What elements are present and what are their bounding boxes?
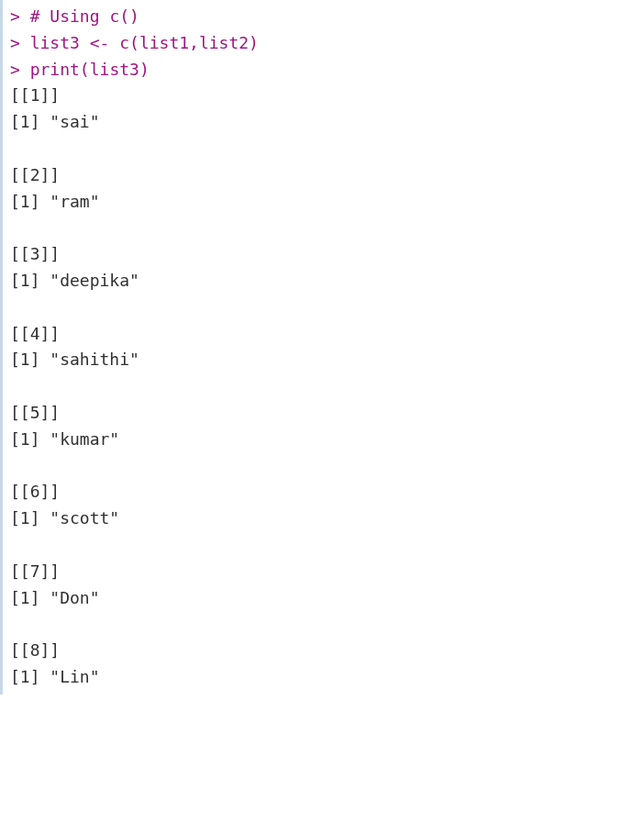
output-index: [[3]] bbox=[10, 241, 644, 268]
output-value: [1] "ram" bbox=[10, 189, 644, 216]
console-input-line: > print(list3) bbox=[10, 57, 644, 83]
output-value: [1] "sahithi" bbox=[10, 347, 644, 373]
output-value: [1] "Lin" bbox=[10, 664, 644, 691]
blank-line bbox=[10, 215, 644, 241]
output-value: [1] "deepika" bbox=[10, 268, 644, 294]
blank-line bbox=[10, 373, 644, 400]
code-text: list3 <- c(list1,list2) bbox=[30, 33, 259, 52]
prompt-symbol: > bbox=[10, 33, 20, 52]
output-index: [[6]] bbox=[10, 479, 644, 505]
blank-line bbox=[10, 136, 644, 162]
output-value: [1] "kumar" bbox=[10, 427, 644, 453]
blank-line bbox=[10, 611, 644, 638]
blank-line bbox=[10, 532, 644, 559]
blank-line bbox=[10, 453, 644, 480]
code-comment: # Using c() bbox=[30, 6, 139, 26]
output-index: [[2]] bbox=[10, 162, 644, 189]
output-value: [1] "scott" bbox=[10, 505, 644, 532]
prompt-symbol: > bbox=[10, 6, 20, 26]
output-index: [[7]] bbox=[10, 559, 644, 585]
output-value: [1] "sai" bbox=[10, 109, 644, 136]
output-index: [[5]] bbox=[10, 400, 644, 427]
blank-line bbox=[10, 294, 644, 321]
code-text: print(list3) bbox=[30, 60, 150, 79]
console-input-line: > # Using c() bbox=[10, 4, 644, 30]
output-index: [[8]] bbox=[10, 638, 644, 664]
output-value: [1] "Don" bbox=[10, 585, 644, 612]
prompt-symbol: > bbox=[10, 60, 20, 79]
output-index: [[4]] bbox=[10, 321, 644, 348]
console-input-line: > list3 <- c(list1,list2) bbox=[10, 30, 644, 57]
output-index: [[1]] bbox=[10, 83, 644, 109]
